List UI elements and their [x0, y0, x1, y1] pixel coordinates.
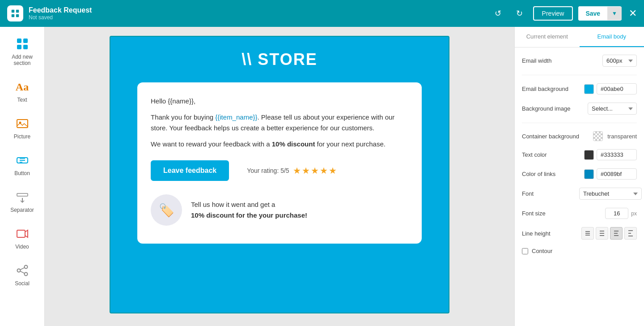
save-dropdown-button[interactable]: ▼ [607, 7, 622, 20]
topbar-title: Feedback Request [29, 6, 92, 14]
links-color-input[interactable]: #0089bf [597, 168, 637, 180]
video-icon [14, 226, 30, 242]
text-color-control: #333333 [584, 149, 637, 160]
close-button[interactable]: ✕ [629, 8, 637, 19]
body-discount-before: We want to reward your feedback with a [151, 140, 272, 148]
bg-image-control: Select... [588, 103, 637, 115]
feedback-row: Leave feedback Your rating: 5/5 ★★★★★ [151, 160, 408, 181]
container-bg-row: Container background transparent [522, 131, 637, 141]
font-size-input[interactable]: 16 [605, 208, 628, 219]
discount-text: Tell us how it went and get a 10% discou… [191, 199, 307, 221]
topbar-subtitle: Not saved [29, 14, 92, 21]
sidebar-item-label: Button [14, 170, 30, 176]
item-name-link: {{item_name}} [215, 113, 257, 121]
sidebar-item-label: Social [15, 280, 30, 287]
discount-text-line2: 10% discount for the your purchase! [191, 211, 307, 219]
email-header: \\ STORE [110, 37, 449, 82]
text-icon: Aa [14, 79, 30, 95]
line-height-normal-btn[interactable] [596, 227, 608, 240]
svg-rect-0 [12, 10, 14, 13]
email-bg-control: #00abe0 [584, 83, 637, 94]
star-rating: ★★★★★ [293, 165, 338, 176]
text-color-input[interactable]: #333333 [597, 149, 637, 160]
font-control: Trebuchet Arial Georgia Times New Roman [579, 188, 642, 200]
save-button[interactable]: Save [578, 6, 607, 21]
line-height-spacious-btn[interactable] [624, 227, 637, 240]
container-bg-value: transparent [607, 133, 637, 140]
body-paragraph-2: We want to reward your feedback with a 1… [151, 139, 408, 150]
bg-image-label: Background image [522, 105, 576, 112]
sidebar-item-label: Picture [14, 133, 30, 140]
greeting-text: Hello {{name}}, [151, 96, 408, 107]
right-sidebar: Current element Email body Email width 6… [514, 27, 644, 326]
divider-2 [522, 123, 637, 123]
container-bg-label: Container background [522, 133, 579, 140]
email-bg-swatch[interactable] [584, 84, 594, 94]
line-height-label: Line height [522, 230, 576, 237]
svg-rect-6 [17, 45, 21, 49]
email-bg-label: Email background [522, 86, 576, 92]
text-color-label: Text color [522, 151, 576, 158]
tab-email-body[interactable]: Email body [580, 27, 644, 47]
svg-line-21 [20, 271, 25, 274]
tab-current-element[interactable]: Current element [515, 27, 580, 47]
email-bg-row: Email background #00abe0 [522, 83, 637, 94]
text-color-swatch[interactable] [584, 150, 594, 160]
email-width-control: 600px 800px 1000px [602, 55, 637, 67]
svg-point-18 [17, 269, 20, 272]
contour-checkbox[interactable] [522, 248, 528, 254]
undo-button[interactable]: ↺ [490, 5, 506, 21]
px-unit: px [631, 210, 637, 217]
line-height-compact-btn[interactable] [581, 227, 594, 240]
links-color-control: #0089bf [584, 168, 637, 180]
rating-label: Your rating: 5/5 [247, 167, 289, 174]
body-paragraph-1: Thank you for buying {{item_name}}. Plea… [151, 112, 408, 133]
sidebar-item-label: Add new section [8, 54, 37, 66]
left-sidebar: Add new section Aa Text Picture [0, 27, 45, 326]
body-text-before-link: Thank you for buying [151, 113, 215, 121]
sidebar-item-social[interactable]: Social [4, 257, 40, 292]
contour-row: Contour [522, 248, 637, 254]
rating-section: Your rating: 5/5 ★★★★★ [247, 165, 337, 176]
font-size-control: 16 px [605, 208, 637, 219]
svg-rect-7 [23, 45, 28, 49]
redo-button[interactable]: ↻ [512, 5, 528, 21]
leave-feedback-button[interactable]: Leave feedback [151, 160, 229, 181]
links-color-swatch[interactable] [584, 169, 594, 179]
sidebar-item-button[interactable]: Button [4, 147, 40, 182]
svg-rect-16 [17, 230, 25, 237]
container-bg-swatch[interactable] [593, 131, 603, 141]
discount-row: 🏷️ Tell us how it went and get a 10% dis… [151, 190, 408, 230]
font-select[interactable]: Trebuchet Arial Georgia Times New Roman [579, 188, 642, 200]
sidebar-item-picture[interactable]: Picture [4, 110, 40, 145]
sidebar-item-video[interactable]: Video [4, 220, 40, 255]
email-bg-input[interactable]: #00abe0 [597, 83, 637, 94]
svg-rect-2 [12, 14, 14, 17]
line-height-relaxed-btn[interactable] [610, 227, 623, 240]
body-discount-after: for your next purchase. [315, 140, 386, 148]
email-width-label: Email width [522, 57, 576, 64]
svg-rect-4 [17, 39, 21, 43]
svg-point-17 [24, 266, 27, 269]
svg-point-19 [24, 273, 27, 276]
font-row: Font Trebuchet Arial Georgia Times New R… [522, 188, 637, 200]
topbar-title-group: Feedback Request Not saved [29, 6, 92, 21]
topbar: Feedback Request Not saved ↺ ↻ Preview S… [0, 0, 644, 27]
email-width-select[interactable]: 600px 800px 1000px [602, 55, 637, 67]
svg-rect-14 [17, 193, 28, 196]
sidebar-item-label: Video [15, 244, 29, 250]
bg-image-select[interactable]: Select... [588, 103, 637, 115]
canvas-area: \\ STORE Hello {{name}}, Thank you for b… [45, 27, 514, 326]
bg-image-row: Background image Select... [522, 103, 637, 115]
preview-button[interactable]: Preview [533, 6, 573, 21]
main-layout: Add new section Aa Text Picture [0, 27, 644, 326]
font-size-row: Font size 16 px [522, 208, 637, 219]
line-height-control [581, 227, 637, 240]
sidebar-item-separator[interactable]: Separator [4, 184, 40, 219]
sidebar-item-text[interactable]: Aa Text [4, 73, 40, 108]
sidebar-item-add-new-section[interactable]: Add new section [4, 30, 40, 72]
right-sidebar-body: Email width 600px 800px 1000px Email bac… [515, 47, 644, 262]
save-button-group: Save ▼ [578, 6, 622, 21]
line-height-row: Line height [522, 227, 637, 240]
text-color-row: Text color #333333 [522, 149, 637, 160]
